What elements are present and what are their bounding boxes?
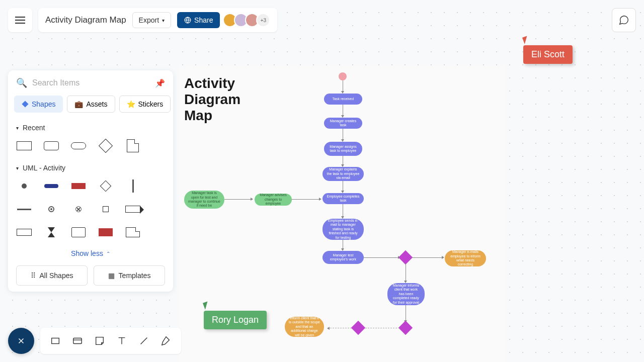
flow-node[interactable]: Manager task is open for test and manage…	[184, 191, 224, 209]
flow-node[interactable]: Employee sends e-mail to manager stating…	[323, 219, 364, 240]
tool-pen[interactable]	[159, 334, 173, 348]
shape-region[interactable]	[70, 226, 87, 238]
shape-package[interactable]	[125, 226, 141, 238]
start-node[interactable]	[339, 72, 347, 80]
tool-strip	[40, 328, 181, 354]
shape-flow-final[interactable]	[70, 203, 87, 215]
tab-shapes[interactable]: Shapes	[14, 96, 63, 113]
shape-time-event[interactable]	[43, 226, 59, 238]
collaborator-cursor-eli: Eli Scott	[523, 36, 573, 64]
flow-node[interactable]: Manager informs client that work has bee…	[387, 283, 425, 305]
tab-assets[interactable]: 💼Assets	[67, 96, 115, 113]
decision-node[interactable]	[398, 321, 413, 335]
svg-rect-2	[52, 338, 59, 344]
shape-activity[interactable]	[43, 180, 59, 192]
svg-line-5	[141, 338, 147, 344]
flow-node[interactable]: Task received	[324, 94, 362, 105]
shape-pill[interactable]	[70, 140, 87, 152]
flow-node[interactable]: Manager assigns task to employee	[324, 142, 362, 156]
section-uml-header[interactable]: ▾UML - Activity	[8, 159, 173, 177]
shape-datastore[interactable]	[98, 226, 114, 238]
collaborator-cursor-rory: Rory Logan	[204, 302, 267, 329]
flow-node[interactable]: Manager explains the task to employee vi…	[323, 167, 364, 181]
shape-object[interactable]	[70, 180, 87, 192]
flow-node[interactable]: Inform client that it is outside the sco…	[285, 317, 324, 337]
avatar-more[interactable]: +3	[256, 13, 270, 27]
shape-fork-vertical[interactable]	[125, 180, 141, 192]
tool-line[interactable]	[137, 334, 151, 348]
export-button[interactable]: Export▾	[132, 12, 171, 28]
tool-sticky-note[interactable]	[93, 334, 107, 348]
pin-icon[interactable]: 📌	[155, 78, 165, 88]
svg-rect-3	[73, 338, 82, 344]
document-title[interactable]: Activity Diagram Map	[45, 15, 126, 25]
canvas-title[interactable]: Activity Diagram Map	[184, 75, 240, 124]
shape-final-node[interactable]	[43, 203, 59, 215]
tool-card[interactable]	[70, 334, 85, 348]
flow-node[interactable]: Manager advises changes to employee	[255, 194, 292, 206]
flow-node[interactable]: Manager creates task	[324, 118, 362, 129]
shape-decision[interactable]	[98, 180, 114, 192]
shape-rectangle[interactable]	[16, 140, 32, 152]
share-button[interactable]: Share	[177, 12, 220, 28]
tool-text[interactable]	[115, 334, 129, 348]
tab-stickers[interactable]: ⭐Stickers	[119, 96, 171, 113]
shape-initial-node[interactable]	[16, 180, 32, 192]
title-bar: Activity Diagram Map Export▾ Share +3	[38, 8, 277, 32]
decision-node[interactable]	[398, 250, 413, 264]
tool-rectangle[interactable]	[48, 334, 62, 348]
flow-node[interactable]: Manager e-mails employee to inform what …	[445, 250, 486, 266]
shape-action[interactable]	[98, 203, 114, 215]
shape-note[interactable]	[125, 140, 141, 152]
shape-receive-signal[interactable]	[16, 226, 32, 238]
shape-rounded-rect[interactable]	[43, 140, 59, 152]
show-less-button[interactable]: Show less⌃	[8, 245, 173, 265]
menu-button[interactable]	[8, 8, 32, 32]
shape-diamond[interactable]	[98, 140, 114, 152]
svg-rect-1	[22, 101, 28, 107]
search-icon: 🔍	[16, 77, 27, 88]
shape-fork-horizontal[interactable]	[16, 203, 32, 215]
search-input[interactable]	[32, 78, 150, 87]
shapes-panel: 🔍 📌 Shapes 💼Assets ⭐Stickers ▾Recent ▾UM…	[8, 70, 173, 292]
flow-node[interactable]: Employee completes task	[323, 193, 364, 204]
collaborator-avatars[interactable]: +3	[226, 13, 270, 27]
section-recent-header[interactable]: ▾Recent	[8, 119, 173, 137]
all-shapes-button[interactable]: ⠿All Shapes	[16, 265, 88, 286]
close-fab-button[interactable]	[8, 328, 34, 354]
comments-button[interactable]	[612, 8, 636, 32]
templates-button[interactable]: ▦Templates	[94, 265, 165, 286]
decision-node[interactable]	[351, 321, 365, 335]
shape-send-signal[interactable]	[125, 203, 141, 215]
flow-node[interactable]: Manager test employee's work	[323, 251, 364, 264]
